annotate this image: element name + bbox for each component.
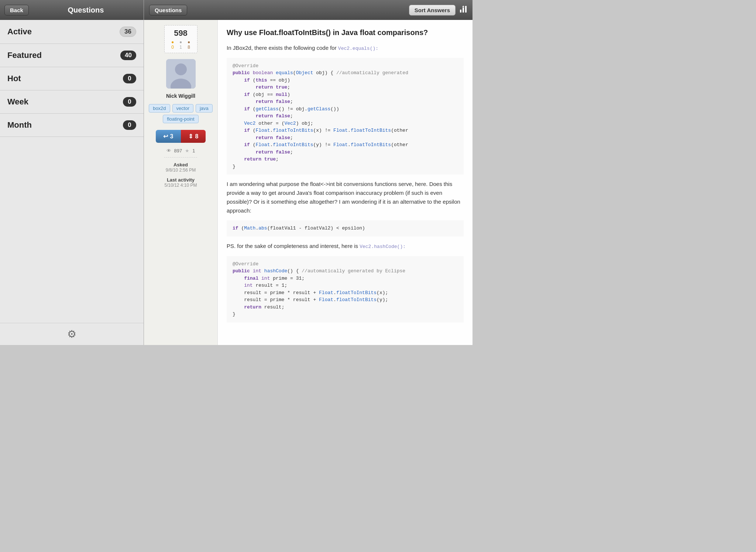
- dot-gold: ● 0: [171, 39, 175, 50]
- inline-ref1: Vec2.equals():: [338, 46, 378, 51]
- sidebar-item-active[interactable]: Active 36: [0, 20, 144, 44]
- last-activity-date: 5/10/12 4:10 PM: [164, 183, 197, 188]
- nav-badge-hot: 0: [123, 74, 136, 83]
- main-panel: Questions Sort Answers 598 ● 0 ● 1 ●: [144, 0, 472, 345]
- user-dots: ● 0 ● 1 ● 8: [171, 39, 191, 50]
- sidebar-header: Back Questions: [0, 0, 144, 20]
- nav-badge-featured: 40: [120, 51, 136, 60]
- sidebar: Back Questions Active 36 Featured 40 Hot…: [0, 0, 144, 345]
- sidebar-footer: ⚙: [0, 323, 144, 345]
- vote-up-arrow: ↩: [163, 133, 168, 140]
- user-name: Nick Wiggill: [166, 93, 195, 99]
- meta-section: 👁 897 ★ 1 Asked 9/8/10 2:56 PM Last acti…: [164, 148, 197, 188]
- views-count: 897: [174, 148, 182, 153]
- eye-icon: 👁: [166, 148, 171, 153]
- nav-badge-active: 36: [120, 27, 136, 37]
- nav-badge-month: 0: [123, 120, 136, 130]
- user-score: 598: [171, 28, 191, 38]
- sidebar-item-hot[interactable]: Hot 0: [0, 67, 144, 90]
- tags-section: box2d vector java floating-point: [148, 104, 214, 123]
- question-title: Why use Float.floatToIntBits() in Java f…: [227, 27, 464, 38]
- sidebar-item-week[interactable]: Week 0: [0, 90, 144, 114]
- share-button[interactable]: [459, 5, 467, 15]
- sidebar-item-month[interactable]: Month 0: [0, 114, 144, 137]
- svg-point-5: [175, 63, 187, 75]
- vote-up-count: 3: [170, 133, 173, 140]
- nav-label-active: Active: [7, 27, 32, 37]
- tag-floating-point[interactable]: floating-point: [163, 115, 198, 123]
- star-icon: ★: [185, 148, 189, 153]
- nav-label-featured: Featured: [7, 51, 42, 60]
- nav-badge-week: 0: [123, 97, 136, 107]
- asked-label: Asked: [164, 162, 197, 168]
- body-intro-text: In JBox2d, there exists the following co…: [227, 45, 337, 51]
- vote-down-button[interactable]: ⇕ 8: [181, 130, 206, 143]
- share-icon: [459, 5, 467, 13]
- meta-last-activity: Last activity 5/10/12 4:10 PM: [164, 177, 197, 188]
- separator: [164, 157, 197, 158]
- dot-silver: ● 1: [179, 39, 183, 50]
- back-button[interactable]: Back: [4, 5, 29, 15]
- vote-up-button[interactable]: ↩ 3: [156, 130, 181, 143]
- toolbar-right: Sort Answers: [409, 5, 467, 15]
- tag-java[interactable]: java: [196, 104, 213, 113]
- vote-down-count: 8: [195, 133, 199, 140]
- code-block-1: @Override public boolean equals(Object o…: [227, 58, 464, 175]
- tag-vector[interactable]: vector: [172, 104, 193, 113]
- main-toolbar: Questions Sort Answers: [144, 0, 472, 20]
- meta-views: 👁 897 ★ 1: [164, 148, 197, 153]
- nav-label-week: Week: [7, 97, 28, 107]
- svg-marker-3: [462, 6, 464, 7]
- sidebar-nav: Active 36 Featured 40 Hot 0 Week 0 Month…: [0, 20, 144, 323]
- sort-answers-button[interactable]: Sort Answers: [409, 5, 456, 15]
- avatar: [166, 59, 196, 89]
- question-content[interactable]: Why use Float.floatToIntBits() in Java f…: [218, 20, 472, 345]
- questions-button[interactable]: Questions: [149, 5, 187, 15]
- question-body-para2: PS. for the sake of completeness and int…: [227, 242, 464, 251]
- content-area: 598 ● 0 ● 1 ● 8 Nick Wiggill box2d vecto…: [144, 20, 472, 345]
- svg-rect-1: [463, 7, 464, 13]
- svg-rect-2: [465, 6, 467, 13]
- sidebar-title: Questions: [32, 6, 139, 14]
- asked-date: 9/8/10 2:56 PM: [164, 168, 197, 173]
- svg-rect-0: [460, 10, 461, 13]
- dot-bronze: ● 8: [187, 39, 191, 50]
- user-score-box: 598 ● 0 ● 1 ● 8: [164, 25, 197, 53]
- favorites-count: 1: [192, 148, 195, 153]
- inline-ref2: Vec2.hashCode():: [360, 244, 406, 249]
- gear-icon[interactable]: ⚙: [67, 328, 76, 340]
- meta-asked: Asked 9/8/10 2:56 PM: [164, 162, 197, 173]
- question-body-para1: I am wondering what purpose the float<->…: [227, 180, 464, 215]
- question-body-intro: In JBox2d, there exists the following co…: [227, 44, 464, 53]
- avatar-image: [166, 59, 196, 89]
- code-block-2: if (Math.abs(floatVal1 - floatVal2) < ep…: [227, 220, 464, 237]
- nav-label-month: Month: [7, 120, 32, 130]
- nav-label-hot: Hot: [7, 74, 21, 83]
- tag-box2d[interactable]: box2d: [149, 104, 170, 113]
- last-activity-label: Last activity: [164, 177, 197, 183]
- body-para2-text: PS. for the sake of completeness and int…: [227, 243, 358, 249]
- vote-section: ↩ 3 ⇕ 8: [148, 130, 214, 143]
- user-card: 598 ● 0 ● 1 ● 8 Nick Wiggill box2d vecto…: [144, 20, 218, 345]
- vote-down-arrow: ⇕: [188, 133, 193, 140]
- sidebar-item-featured[interactable]: Featured 40: [0, 44, 144, 67]
- code-block-3: @Override public int hashCode() { //auto…: [227, 256, 464, 322]
